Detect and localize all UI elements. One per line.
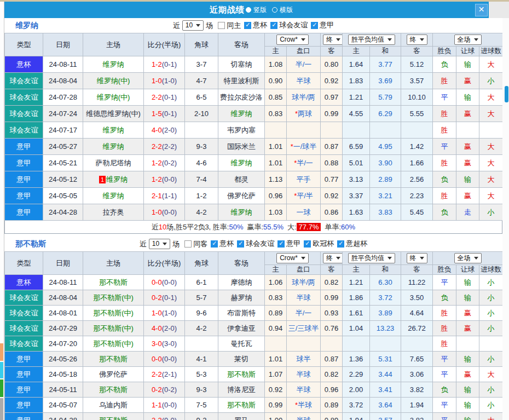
- odds-away-cell: 0.99: [321, 290, 343, 306]
- avg-final-select[interactable]: 终: [407, 34, 427, 45]
- match-row: 球会友谊24-08-01那不勒斯(中)1-0(1-0)9-6布雷斯特0.89半/…: [5, 306, 503, 321]
- result-cell: 胜: [433, 122, 456, 139]
- away-team-cell: 那不勒斯: [218, 367, 265, 382]
- final-odds-select[interactable]: 终: [323, 253, 343, 263]
- layout-horizontal-radio[interactable]: [272, 7, 277, 13]
- background-fragment: [0, 343, 3, 361]
- near-label: 近: [140, 239, 147, 249]
- match-row: 意甲24-05-07乌迪内斯1-1(0-0)7-5那不勒斯0.99*半球0.89…: [5, 398, 503, 413]
- summary-record: 场,胜5平2负3, 胜率:: [166, 222, 229, 232]
- handicap-cell: 三/三球半: [287, 321, 321, 336]
- chevron-down-icon: [301, 38, 305, 41]
- scope-select[interactable]: 全场: [454, 34, 482, 45]
- home-team-cell: 1维罗纳: [83, 171, 144, 188]
- match-row: 意甲24-04-28那不勒斯2-2(0-0)9-2罗马1.00半球0.891.9…: [5, 413, 503, 420]
- match-count-select[interactable]: 10: [182, 20, 204, 31]
- result-cell: 平: [433, 398, 456, 413]
- odds-home-cell: [265, 336, 287, 352]
- odds-source-select[interactable]: Crow*: [276, 34, 309, 45]
- layout-horizontal-label[interactable]: 横版: [280, 5, 293, 15]
- avg-home-cell: 1.86: [343, 290, 370, 306]
- result-cell: 负: [433, 204, 456, 221]
- col-header-date: 日期: [43, 252, 83, 275]
- avg-draw-cell: [370, 122, 401, 139]
- avg-source-select[interactable]: 胜平负均值: [348, 34, 395, 45]
- sub-header-handicap-result: 让球: [456, 265, 479, 275]
- goals-cell: 小: [479, 352, 503, 367]
- league-checkbox[interactable]: [304, 240, 311, 248]
- close-button[interactable]: ✕: [475, 4, 488, 16]
- summary-win-ratio-label: 赢率:: [247, 222, 263, 232]
- match-type-badge: 意甲: [5, 382, 43, 398]
- date-cell: 24-05-12: [43, 171, 83, 188]
- handicap-result-cell: 输: [456, 89, 479, 106]
- league-checkbox[interactable]: [337, 240, 344, 248]
- goals-cell: 大: [479, 155, 503, 171]
- avg-home-cell: 4.55: [343, 106, 370, 122]
- date-cell: 24-07-20: [43, 336, 83, 352]
- home-team-cell: 那不勒斯(中): [83, 306, 144, 321]
- league-filter: 意超杯: [334, 239, 367, 249]
- date-cell: 24-08-04: [43, 290, 83, 306]
- league-filters: 意杯球会友谊意甲欧冠杯意超杯: [207, 239, 367, 249]
- league-label: 意超杯: [346, 239, 367, 249]
- avg-final-select[interactable]: 终: [407, 253, 427, 263]
- odds-away-cell: 0.77: [321, 171, 343, 188]
- score-cell: 4-0(2-0): [144, 122, 185, 139]
- handicap-result-cell: 输: [456, 56, 479, 73]
- score-cell: 1-2(0-2): [144, 155, 185, 171]
- avg-home-cell: 3.37: [343, 188, 370, 204]
- handicap-cell: 半球: [287, 382, 321, 398]
- league-checkbox[interactable]: [311, 22, 318, 29]
- col-header-date: 日期: [43, 33, 83, 56]
- odds-home-cell: 1.07: [265, 367, 287, 382]
- same-venue-checkbox[interactable]: [218, 22, 225, 29]
- layout-vertical-label[interactable]: 竖版: [253, 5, 267, 15]
- match-count-select[interactable]: 10: [149, 239, 170, 249]
- home-team-cell: 那不勒斯(中): [83, 290, 144, 306]
- avg-source-select[interactable]: 胜平负均值: [348, 253, 395, 263]
- scope-select[interactable]: 全场: [454, 253, 482, 263]
- handicap-cell: 半/一: [287, 56, 321, 73]
- result-cell: 负: [433, 382, 456, 398]
- odds-source-select[interactable]: Crow*: [276, 253, 309, 263]
- popup-window: 近期战绩 竖版 横版 ✕ 维罗纳 近 10 场 同: [4, 2, 502, 420]
- score-cell: 2-2(0-1): [144, 89, 185, 106]
- result-cell: 负: [433, 290, 456, 306]
- avg-home-cell: [343, 336, 370, 352]
- avg-home-cell: [343, 122, 370, 139]
- league-checkbox[interactable]: [270, 22, 277, 29]
- odds-away-cell: 0.96: [321, 382, 343, 398]
- handicap-result-cell: 赢: [456, 73, 479, 89]
- handicap-result-cell: 赢: [456, 106, 479, 122]
- match-type-badge: 球会友谊: [5, 336, 43, 352]
- date-cell: 24-05-27: [43, 139, 83, 155]
- home-team-cell: 那不勒斯(中): [83, 336, 144, 352]
- goals-cell: 大: [479, 413, 503, 420]
- result-cell: 负: [433, 171, 456, 188]
- same-venue-checkbox[interactable]: [184, 240, 192, 248]
- handicap-result-cell: 输: [456, 290, 479, 306]
- odds-away-cell: 0.92: [321, 188, 343, 204]
- away-team-cell: 伊拿迪亚: [218, 321, 265, 336]
- avg-home-cell: 6.59: [343, 139, 370, 155]
- near-label: 近: [173, 21, 180, 31]
- match-type-badge: 球会友谊: [5, 321, 43, 336]
- score-cell: 1-0(0-0): [144, 204, 185, 221]
- away-team-cell: 维罗纳: [218, 106, 265, 122]
- layout-vertical-radio[interactable]: [246, 7, 251, 13]
- corner-cell: 5-7: [185, 290, 218, 306]
- league-checkbox[interactable]: [211, 240, 218, 248]
- col-header-corner: 角球: [185, 33, 218, 56]
- league-label: 欧冠杯: [313, 239, 334, 249]
- corner-cell: 5-3: [185, 367, 218, 382]
- league-checkbox[interactable]: [244, 22, 251, 29]
- league-checkbox[interactable]: [277, 240, 285, 248]
- handicap-result-cell: 输: [456, 398, 479, 413]
- scrollbar-thumb[interactable]: [505, 86, 508, 102]
- away-team-cell: 韦罗內塞: [218, 122, 265, 139]
- league-checkbox[interactable]: [237, 240, 244, 248]
- final-odds-select[interactable]: 终: [323, 34, 343, 45]
- avg-home-cell: 1.83: [343, 73, 370, 89]
- avg-home-cell: 1.94: [343, 413, 370, 420]
